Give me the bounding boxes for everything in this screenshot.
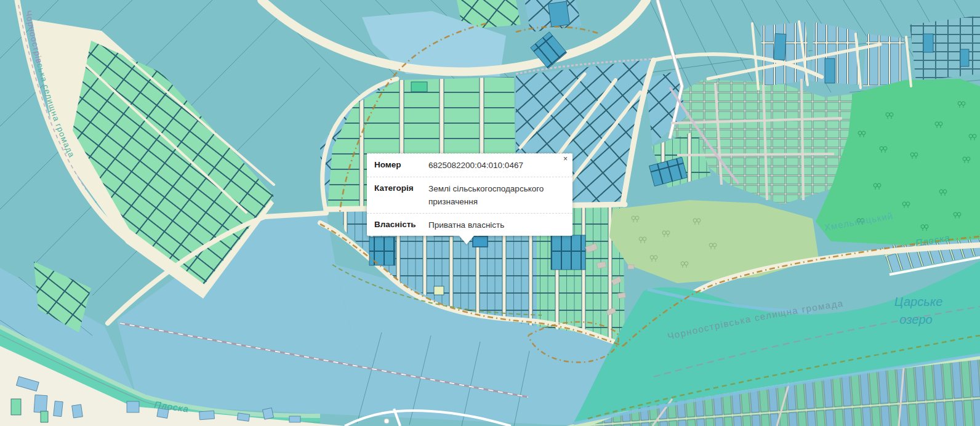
lake-name-line1: Царське (894, 295, 943, 308)
poi-dot (384, 419, 389, 424)
close-icon[interactable]: × (563, 155, 568, 163)
field-label-category: Категорія (374, 182, 428, 209)
field-label-number: Номер (374, 159, 428, 172)
popup-tail (459, 236, 474, 244)
dark-parcel-group-2 (551, 235, 585, 270)
lake-name-line2: озеро (899, 313, 932, 326)
dark-parcel-4 (548, 1, 570, 27)
field-label-ownership: Власність (374, 219, 428, 232)
popup-row-category: Категорія Землі сільськогосподарського п… (367, 177, 572, 213)
parcel-info-popup: × Номер 6825082200:04:010:0467 Категорія… (367, 153, 572, 236)
parcel-strip-3 (863, 34, 908, 86)
cadastral-map-app: Чорноострівська селищна громада Чорноост… (0, 0, 980, 426)
field-value-ownership: Приватна власність (428, 219, 565, 232)
selected-parcel[interactable] (473, 236, 488, 247)
parcel-grid-topright (910, 15, 980, 81)
field-value-number: 6825082200:04:010:0467 (428, 159, 565, 172)
popup-row-ownership: Власність Приватна власність (367, 213, 572, 236)
field-value-category: Землі сільськогосподарського призначення (428, 182, 565, 209)
popup-row-number: Номер 6825082200:04:010:0467 (367, 153, 572, 177)
